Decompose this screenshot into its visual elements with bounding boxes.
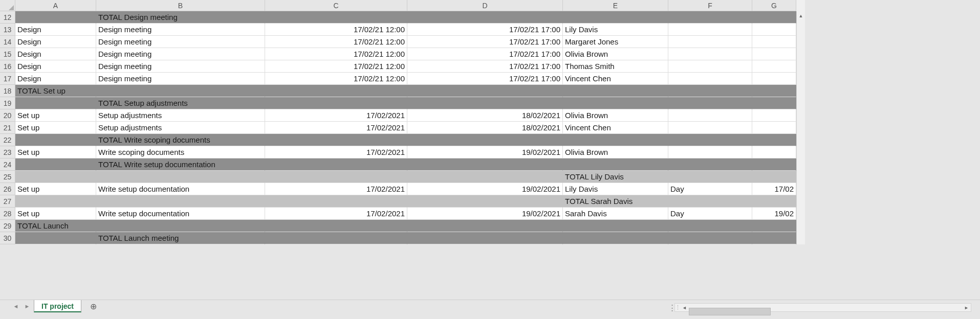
cell[interactable]: 17/02/2021 — [265, 183, 407, 195]
cell[interactable]: 17/02/2021 — [265, 208, 407, 220]
cell[interactable] — [563, 232, 668, 244]
cell[interactable] — [265, 134, 407, 146]
cell[interactable] — [668, 171, 752, 183]
cell[interactable]: Margaret Jones — [563, 36, 668, 48]
cell[interactable]: Design meeting — [96, 60, 265, 73]
sheet-tab-active[interactable]: IT project — [34, 300, 81, 312]
cell[interactable] — [752, 97, 796, 109]
cell[interactable] — [668, 109, 752, 122]
vscroll-up-button[interactable]: ▲ — [797, 11, 805, 20]
cell[interactable]: Day — [668, 183, 752, 195]
cell[interactable]: TOTAL Setup adjustments — [96, 97, 265, 109]
cell[interactable]: 17/02 — [752, 183, 796, 195]
cell[interactable]: Design — [15, 73, 96, 85]
cell[interactable]: Olivia Brown — [563, 146, 668, 158]
row-header[interactable]: 24 — [0, 158, 15, 171]
cell[interactable]: Design — [15, 48, 96, 60]
cell[interactable] — [668, 195, 752, 208]
cell[interactable] — [752, 36, 796, 48]
cell[interactable] — [265, 97, 407, 109]
cell[interactable]: Design — [15, 36, 96, 48]
cell[interactable]: 17/02/21 12:00 — [265, 48, 407, 60]
cell[interactable] — [15, 97, 96, 109]
cell[interactable] — [265, 220, 407, 232]
cell[interactable]: Day — [668, 208, 752, 220]
cell[interactable]: 17/02/21 12:00 — [265, 36, 407, 48]
row-header[interactable]: 25 — [0, 171, 15, 183]
cell[interactable] — [407, 134, 563, 146]
col-header-D[interactable]: D — [407, 0, 563, 11]
row-header[interactable]: 28 — [0, 208, 15, 220]
cell[interactable] — [563, 220, 668, 232]
cell[interactable] — [668, 48, 752, 60]
cell[interactable]: Design meeting — [96, 36, 265, 48]
cell[interactable]: Set up — [15, 183, 96, 195]
cell[interactable]: 19/02/2021 — [407, 183, 563, 195]
cell[interactable]: Write setup documentation — [96, 208, 265, 220]
cell[interactable] — [96, 171, 265, 183]
cell[interactable] — [407, 171, 563, 183]
cell[interactable]: 17/02/21 17:00 — [407, 48, 563, 60]
row-header[interactable]: 15 — [0, 48, 15, 60]
cell[interactable] — [563, 85, 668, 97]
cell[interactable]: 17/02/2021 — [265, 146, 407, 158]
cell[interactable] — [668, 146, 752, 158]
cell[interactable]: TOTAL Sarah Davis — [563, 195, 668, 208]
cell[interactable]: 17/02/21 12:00 — [265, 24, 407, 36]
cell[interactable]: Write setup documentation — [96, 183, 265, 195]
cell[interactable]: TOTAL Lily Davis — [563, 171, 668, 183]
cell[interactable] — [15, 134, 96, 146]
cell[interactable]: 17/02/21 17:00 — [407, 24, 563, 36]
select-all-corner[interactable] — [0, 0, 15, 11]
cell[interactable] — [752, 48, 796, 60]
cell[interactable] — [96, 85, 265, 97]
cell[interactable]: Set up — [15, 109, 96, 122]
cell[interactable] — [752, 122, 796, 134]
cell[interactable]: TOTAL Set up — [15, 85, 96, 97]
cell[interactable] — [752, 85, 796, 97]
cell[interactable] — [668, 232, 752, 244]
row-header[interactable]: 14 — [0, 36, 15, 48]
cell[interactable] — [15, 158, 96, 171]
cell[interactable] — [15, 195, 96, 208]
cell[interactable]: 19/02/2021 — [407, 208, 563, 220]
cell[interactable] — [407, 158, 563, 171]
cell[interactable]: TOTAL Launch meeting — [96, 232, 265, 244]
cell[interactable] — [407, 85, 563, 97]
tab-prev-button[interactable]: ◄ — [10, 300, 21, 312]
row-header[interactable]: 23 — [0, 146, 15, 158]
cell[interactable]: 18/02/2021 — [407, 109, 563, 122]
row-header[interactable]: 26 — [0, 183, 15, 195]
cell[interactable]: Vincent Chen — [563, 73, 668, 85]
cell[interactable]: 17/02/21 17:00 — [407, 73, 563, 85]
row-header[interactable]: 16 — [0, 60, 15, 73]
cell[interactable]: 17/02/2021 — [265, 109, 407, 122]
cell[interactable]: Design — [15, 24, 96, 36]
cell[interactable] — [668, 220, 752, 232]
cell[interactable] — [752, 220, 796, 232]
col-header-E[interactable]: E — [563, 0, 668, 11]
cell[interactable]: Design — [15, 60, 96, 73]
cell[interactable]: Set up — [15, 208, 96, 220]
cell[interactable]: Design meeting — [96, 48, 265, 60]
cell[interactable]: Olivia Brown — [563, 109, 668, 122]
cell[interactable] — [668, 60, 752, 73]
cell[interactable] — [265, 11, 407, 24]
cell[interactable] — [563, 158, 668, 171]
row-header[interactable]: 29 — [0, 220, 15, 232]
cell[interactable] — [752, 73, 796, 85]
row-header[interactable]: 20 — [0, 109, 15, 122]
cell[interactable] — [752, 171, 796, 183]
cell[interactable] — [752, 11, 796, 24]
cell[interactable]: 18/02/2021 — [407, 122, 563, 134]
cell[interactable]: Sarah Davis — [563, 208, 668, 220]
col-header-G[interactable]: G — [752, 0, 796, 11]
cell[interactable] — [668, 134, 752, 146]
row-header[interactable]: 19 — [0, 97, 15, 109]
cell[interactable]: Set up — [15, 146, 96, 158]
hscroll-split-grip[interactable]: ⋮ — [670, 303, 674, 312]
cell[interactable]: TOTAL Write setup documentation — [96, 158, 265, 171]
cell[interactable] — [265, 158, 407, 171]
row-header[interactable]: 22 — [0, 134, 15, 146]
col-header-C[interactable]: C — [265, 0, 407, 11]
